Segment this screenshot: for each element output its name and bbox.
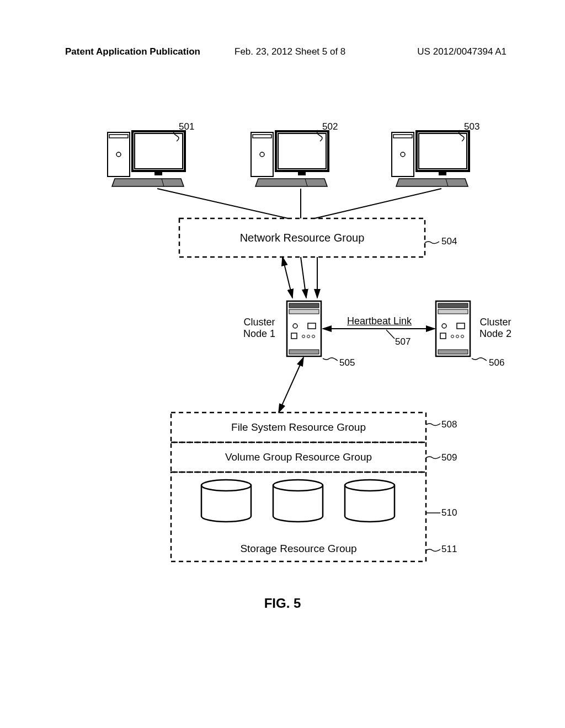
- workstation-503-icon: [392, 131, 469, 186]
- svg-line-47: [386, 330, 395, 339]
- svg-rect-10: [276, 131, 328, 171]
- svg-rect-38: [438, 303, 468, 308]
- svg-rect-1: [109, 135, 128, 138]
- svg-point-49: [201, 480, 251, 491]
- svg-point-35: [312, 335, 315, 338]
- cluster-node-2-icon: [436, 301, 470, 356]
- svg-rect-39: [438, 309, 468, 314]
- storage-cylinder-icon: [273, 480, 323, 522]
- storage-cylinder-icon: [345, 480, 395, 522]
- ref-507: 507: [395, 336, 411, 347]
- svg-rect-3: [132, 131, 185, 171]
- svg-rect-18: [419, 133, 467, 169]
- svg-point-45: [461, 335, 464, 338]
- ref-505: 505: [339, 357, 355, 368]
- cluster-node-1-icon: [287, 301, 321, 356]
- svg-line-21: [157, 189, 288, 218]
- svg-line-23: [315, 189, 441, 218]
- svg-rect-12: [298, 171, 306, 175]
- svg-rect-11: [278, 133, 326, 169]
- cluster-node-1-label: Cluster Node 1: [237, 317, 281, 340]
- svg-rect-17: [417, 131, 469, 171]
- svg-rect-8: [253, 135, 271, 138]
- svg-point-34: [307, 335, 310, 338]
- svg-point-33: [302, 335, 305, 338]
- svg-point-9: [260, 152, 264, 157]
- ref-508: 508: [441, 419, 457, 430]
- svg-rect-15: [393, 135, 412, 138]
- svg-rect-4: [135, 133, 183, 169]
- heartbeat-link-label: Heartbeat Link: [328, 315, 430, 327]
- svg-line-25: [301, 257, 306, 298]
- svg-rect-41: [457, 323, 465, 329]
- svg-rect-0: [108, 132, 130, 176]
- workstation-501-icon: [108, 131, 185, 186]
- ref-504: 504: [441, 236, 457, 247]
- svg-point-43: [451, 335, 454, 338]
- svg-point-51: [345, 480, 395, 491]
- svg-point-16: [401, 152, 405, 157]
- ref-506: 506: [489, 357, 504, 368]
- storage-resource-group-label: Storage Resource Group: [171, 543, 426, 555]
- figure-caption: FIG. 5: [0, 596, 565, 611]
- svg-rect-14: [392, 132, 414, 176]
- ref-510: 510: [441, 507, 457, 518]
- svg-rect-36: [289, 350, 319, 354]
- svg-rect-19: [439, 171, 446, 175]
- svg-rect-46: [438, 350, 468, 354]
- ref-511: 511: [441, 544, 457, 555]
- svg-point-44: [456, 335, 459, 338]
- svg-rect-28: [289, 303, 319, 308]
- svg-rect-32: [291, 333, 297, 339]
- svg-point-50: [273, 480, 323, 491]
- storage-cylinder-icon: [201, 480, 251, 522]
- svg-rect-31: [308, 323, 316, 329]
- svg-rect-7: [251, 132, 273, 176]
- network-resource-group-label: Network Resource Group: [179, 232, 425, 244]
- svg-point-30: [293, 324, 297, 328]
- svg-rect-42: [440, 333, 446, 339]
- figure-5-diagram: [0, 0, 565, 728]
- volume-group-resource-group-label: Volume Group Resource Group: [171, 451, 426, 463]
- file-system-resource-group-label: File System Resource Group: [171, 421, 426, 433]
- ref-503: 503: [464, 121, 479, 132]
- workstation-502-icon: [251, 131, 328, 186]
- svg-line-48: [279, 357, 303, 413]
- ref-509: 509: [441, 452, 457, 463]
- ref-502: 502: [322, 121, 338, 132]
- svg-point-40: [442, 324, 446, 328]
- svg-line-24: [282, 257, 292, 298]
- page: Patent Application Publication Feb. 23, …: [0, 0, 565, 728]
- svg-rect-29: [289, 309, 319, 314]
- svg-rect-5: [154, 171, 162, 175]
- svg-point-2: [116, 152, 121, 157]
- ref-501: 501: [179, 121, 194, 132]
- cluster-node-2-label: Cluster Node 2: [473, 317, 518, 340]
